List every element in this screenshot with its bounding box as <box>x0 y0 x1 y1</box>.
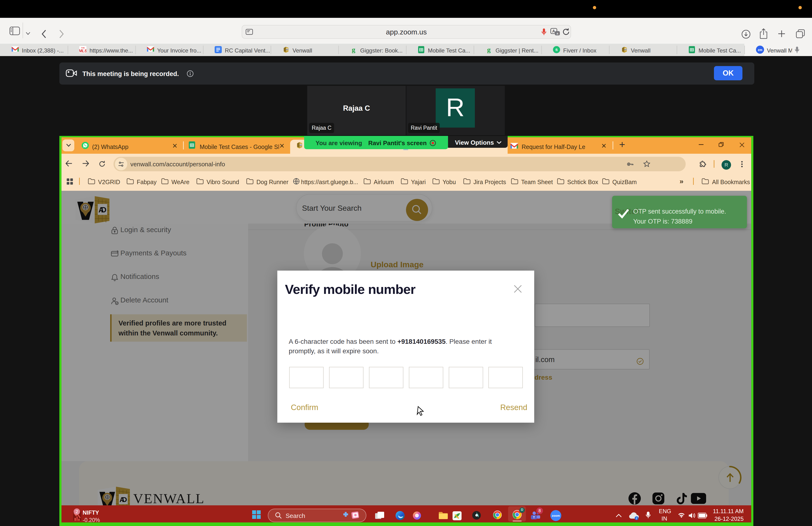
svg-text:g: g <box>352 46 356 53</box>
svg-text:AD: AD <box>624 49 627 51</box>
svg-text:zoom: zoom <box>552 514 560 517</box>
svg-text:A: A <box>552 29 555 33</box>
svg-text:zm: zm <box>758 48 762 52</box>
svg-text:AD: AD <box>286 49 289 51</box>
svg-text:a: a <box>556 32 559 35</box>
svg-text:g: g <box>487 46 491 53</box>
svg-text:MLS: MLS <box>79 49 86 53</box>
svg-text:T: T <box>533 516 535 519</box>
svg-text:fi: fi <box>555 48 557 52</box>
